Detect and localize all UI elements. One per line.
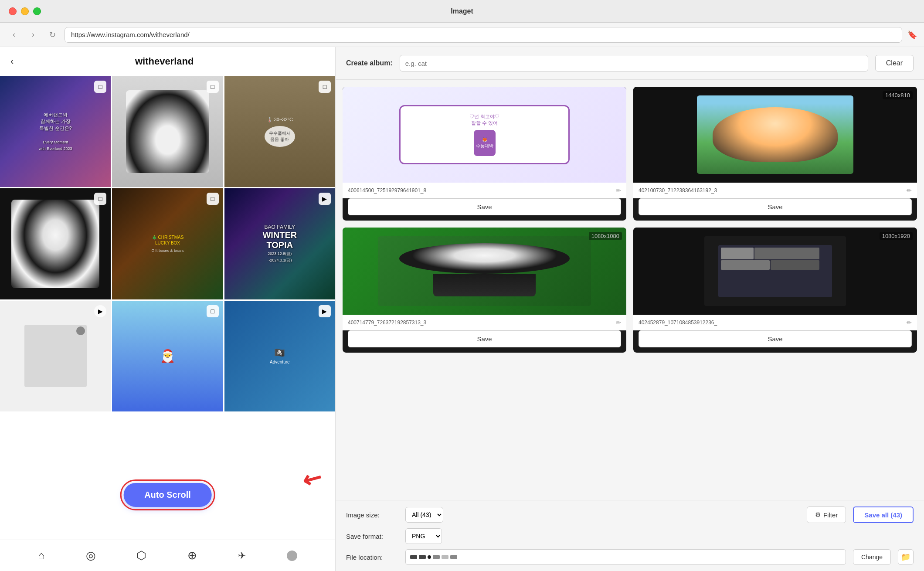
cell-content-7 xyxy=(0,301,111,411)
grid-cell-2[interactable]: □ xyxy=(112,76,223,187)
result-img-2: 1440x810 xyxy=(633,87,917,183)
cell-badge-9: ▶ xyxy=(319,305,331,317)
grid-cell-7[interactable]: ▶ xyxy=(0,301,111,411)
file-location-bar xyxy=(405,549,846,565)
nav-add-icon[interactable]: ⊕ xyxy=(187,549,197,562)
cell-badge-5: □ xyxy=(207,193,219,205)
grid-cell-5[interactable]: 🎄 CHRISTMASLUCKY BOX Gift boxes & bears … xyxy=(112,188,223,299)
bookmark-icon: 🔖 xyxy=(907,30,917,40)
edit-icon-1[interactable]: ✏ xyxy=(616,187,621,194)
auto-scroll-wrapper: Auto Scroll xyxy=(123,483,212,507)
result-card-2: 1440x810 402100730_712238364163192_3 ✏ S… xyxy=(633,87,917,221)
edit-icon-4[interactable]: ✏ xyxy=(907,319,912,326)
feed-grid-wrapper: 에버랜드와함께하는 가장특별한 순간은? Every Momentwith Ev… xyxy=(0,76,335,540)
image-size-select[interactable]: All (43) xyxy=(405,507,443,523)
back-button[interactable]: ‹ xyxy=(7,28,21,42)
nav-profile-avatar[interactable] xyxy=(287,551,297,561)
grid-cell-1[interactable]: 에버랜드와함께하는 가장특별한 순간은? Every Momentwith Ev… xyxy=(0,76,111,187)
result-card-4: 1080x1920 402452879_107108 xyxy=(633,228,917,353)
file-location-row: File location: Change 📁 xyxy=(346,549,914,565)
cell-content-2 xyxy=(112,76,223,187)
save-all-button[interactable]: Save all (43) xyxy=(853,506,914,523)
result-img-4: 1080x1920 xyxy=(633,228,917,315)
traffic-lights xyxy=(9,7,41,15)
edit-icon-3[interactable]: ✏ xyxy=(616,319,621,326)
result-filename-2: 402100730_712238364163192_3 xyxy=(639,187,903,194)
filter-button[interactable]: ⚙ Filter xyxy=(807,506,846,523)
close-button[interactable] xyxy=(9,7,17,15)
cell-badge-2: □ xyxy=(207,81,219,93)
arrow-indicator: ↙ xyxy=(298,462,327,495)
feed-back-button[interactable]: ‹ xyxy=(10,56,14,67)
edit-icon-2[interactable]: ✏ xyxy=(907,187,912,194)
refresh-button[interactable]: ↻ xyxy=(45,28,59,42)
grid-cell-9[interactable]: 🏴‍☠️ Adventure ▶ xyxy=(224,301,335,411)
result-dims-4: 1080x1920 xyxy=(880,232,913,240)
image-size-label: Image size: xyxy=(346,511,398,519)
window-title: Imaget xyxy=(451,7,473,15)
result-footer-2: 402100730_712238364163192_3 ✏ xyxy=(633,183,917,198)
result-dims-2: 1440x810 xyxy=(883,91,913,99)
result-footer-4: 402452879_1071084853912236_ ✏ xyxy=(633,315,917,330)
auto-scroll-button[interactable]: Auto Scroll xyxy=(123,483,212,507)
main-content: ‹ witheverland 에버랜드와함께하는 가장특별한 순간은? Ever… xyxy=(0,47,924,571)
nav-home-icon[interactable]: ⌂ xyxy=(38,549,45,562)
nav-reels-icon[interactable]: ⬡ xyxy=(136,549,146,562)
nav-explore-icon[interactable]: ◎ xyxy=(86,549,96,562)
cell-badge-4: □ xyxy=(94,193,106,205)
result-footer-1: 400614500_725192979641901_8 ✏ xyxy=(343,183,626,198)
loc-segment-4 xyxy=(433,555,440,559)
grid-cell-8[interactable]: 🎅 □ xyxy=(112,301,223,411)
feed-username: witheverland xyxy=(20,56,308,67)
folder-icon: 📁 xyxy=(901,552,910,562)
forward-button[interactable]: › xyxy=(26,28,40,42)
result-footer-3: 400714779_726372192857313_3 ✏ xyxy=(343,315,626,330)
cell-content-5: 🎄 CHRISTMASLUCKY BOX Gift boxes & bears xyxy=(112,188,223,299)
folder-button[interactable]: 📁 xyxy=(898,549,914,565)
result-img-1: 1080x1350 ♡넌 최고야♡잘할 수 있어 🦊수능대박 xyxy=(343,87,626,183)
loc-segment-6 xyxy=(450,555,457,559)
cell-content-4 xyxy=(0,188,111,299)
result-card-1: 1080x1350 ♡넌 최고야♡잘할 수 있어 🦊수능대박 400614500… xyxy=(343,87,626,221)
album-bar: Create album: Clear xyxy=(336,47,924,80)
cell-badge-7: ▶ xyxy=(94,305,106,317)
album-input[interactable] xyxy=(400,55,868,71)
preview-content-1: ♡넌 최고야♡잘할 수 있어 🦊수능대박 xyxy=(399,105,570,165)
title-bar: Imaget xyxy=(0,0,924,23)
bottom-controls: Image size: All (43) ⚙ Filter Save all (… xyxy=(336,500,924,571)
url-bar[interactable] xyxy=(65,27,902,43)
cell-content-8: 🎅 xyxy=(112,301,223,411)
maximize-button[interactable] xyxy=(33,7,41,15)
auto-scroll-container: Auto Scroll xyxy=(123,483,212,507)
image-size-row: Image size: All (43) ⚙ Filter Save all (… xyxy=(346,506,914,523)
result-dims-3: 1080x1080 xyxy=(589,232,622,240)
feed-header: ‹ witheverland xyxy=(0,47,335,76)
save-button-4[interactable]: Save xyxy=(639,330,912,347)
save-format-select[interactable]: PNG JPG WEBP xyxy=(405,528,442,544)
save-button-2[interactable]: Save xyxy=(639,198,912,215)
file-location-label: File location: xyxy=(346,554,398,561)
image-grid: 에버랜드와함께하는 가장특별한 순간은? Every Momentwith Ev… xyxy=(0,76,335,411)
save-format-label: Save format: xyxy=(346,533,398,540)
cell-content-3: 🌡️ 30~32°C 우수풀에서뭄뭄 좋아 xyxy=(224,76,335,187)
grid-cell-4[interactable]: □ xyxy=(0,188,111,299)
save-format-row: Save format: PNG JPG WEBP xyxy=(346,528,914,544)
result-card-3: 1080x1080 400714779_726372192857313_3 ✏ xyxy=(343,228,626,353)
result-filename-1: 400614500_725192979641901_8 xyxy=(348,187,612,194)
save-button-1[interactable]: Save xyxy=(348,198,621,215)
browser-toolbar: ‹ › ↻ 🔖 xyxy=(0,23,924,47)
nav-send-icon[interactable]: ✈ xyxy=(238,550,246,561)
change-button[interactable]: Change xyxy=(853,549,891,565)
cell-badge-3: □ xyxy=(319,81,331,93)
cell-badge-1: □ xyxy=(94,81,106,93)
save-button-3[interactable]: Save xyxy=(348,330,621,347)
album-label: Create album: xyxy=(346,59,393,67)
cell-badge-6: ▶ xyxy=(319,193,331,205)
loc-segment-2 xyxy=(419,555,426,559)
filter-label: Filter xyxy=(823,511,838,519)
grid-cell-3[interactable]: 🌡️ 30~32°C 우수풀에서뭄뭄 좋아 □ xyxy=(224,76,335,187)
grid-cell-6[interactable]: BAO FAMILYWINTERTOPIA 2023.12.8(금)~2024.… xyxy=(224,188,335,299)
minimize-button[interactable] xyxy=(21,7,29,15)
clear-button[interactable]: Clear xyxy=(875,55,914,71)
filter-icon: ⚙ xyxy=(815,511,821,519)
